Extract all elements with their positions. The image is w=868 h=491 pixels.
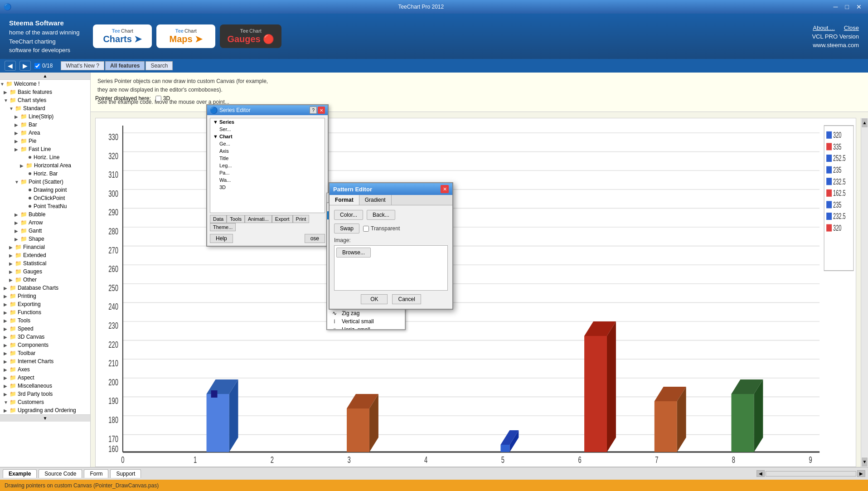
- sidebar-item-3[interactable]: ▼ 📁Standard: [0, 104, 90, 112]
- sidebar-item-22[interactable]: ▶ 📁Statistical: [0, 259, 90, 267]
- pe-swap-btn[interactable]: Swap: [334, 224, 359, 233]
- sidebar-item-1[interactable]: ▶ 📁Basic features: [0, 88, 90, 96]
- se-data-tab[interactable]: Data: [210, 215, 227, 223]
- se-animati-tab[interactable]: Animati...: [245, 215, 272, 223]
- sidebar-item-8[interactable]: ▶ 📁Fast Line: [0, 145, 90, 153]
- se-tools-tab[interactable]: Tools: [227, 215, 245, 223]
- pointer-3d-checkbox[interactable]: [155, 96, 161, 102]
- sidebar-item-33[interactable]: ▶ 📁Toolbar: [0, 349, 90, 357]
- maximize-button[interactable]: □: [843, 3, 852, 11]
- sidebar-item-28[interactable]: ▶ 📁Functions: [0, 308, 90, 316]
- pe-format-tab[interactable]: Format: [330, 195, 359, 205]
- pe-back-btn[interactable]: Back...: [367, 210, 395, 220]
- sidebar-item-16[interactable]: ▶ 📁Bubble: [0, 210, 90, 219]
- back-button[interactable]: ◀: [5, 61, 16, 71]
- sidebar-item-39[interactable]: ▼ 📁Customers: [0, 398, 90, 406]
- sidebar-item-26[interactable]: ▶ 📁Printing: [0, 292, 90, 300]
- forward-button[interactable]: ▶: [19, 61, 31, 71]
- sidebar-item-27[interactable]: ▶ 📁Exporting: [0, 300, 90, 308]
- pe-color-btn[interactable]: Color...: [334, 210, 363, 220]
- sidebar-item-15[interactable]: Point TreatNu: [0, 202, 90, 210]
- sidebar-scroll-up[interactable]: ▲: [0, 73, 90, 80]
- pe-gradient-tab[interactable]: Gradient: [359, 195, 392, 205]
- tree-ser[interactable]: Ser...: [210, 126, 325, 133]
- sidebar-item-11[interactable]: Horiz. Bar: [0, 170, 90, 178]
- sidebar-item-32[interactable]: ▶ 📁Components: [0, 341, 90, 349]
- sidebar-item-35[interactable]: ▶ 📁Axes: [0, 365, 90, 374]
- sidebar-item-0[interactable]: ▼ 📁Welcome !: [0, 80, 90, 88]
- series-treeview[interactable]: ▼ Series Ser... ▼ Chart Ge... Axis Title…: [210, 118, 325, 213]
- maps-banner[interactable]: TeeChart Maps ➤: [156, 24, 215, 48]
- sidebar-item-23[interactable]: ▶ 📁Gauges: [0, 267, 90, 276]
- sidebar-item-18[interactable]: ▶ 📁Gantt: [0, 227, 90, 235]
- sidebar-item-7[interactable]: ▶ 📁Pie: [0, 137, 90, 145]
- sidebar-item-19[interactable]: ▶ 📁Shape: [0, 235, 90, 243]
- pe-browse-btn[interactable]: Browse...: [336, 248, 371, 258]
- whats-new-tab[interactable]: What's New ?: [61, 61, 104, 70]
- sidebar-item-40[interactable]: ▶ 📁Upgrading and Ordering: [0, 406, 90, 414]
- about-link[interactable]: About....: [813, 24, 834, 31]
- pattern-editor-dialog[interactable]: Pattern Editor ✕ Format Gradient Color..…: [329, 182, 453, 310]
- tab-form[interactable]: Form: [84, 469, 108, 478]
- sidebar-item-12[interactable]: ▼ 📁Point (Scatter): [0, 178, 90, 186]
- sidebar-item-5[interactable]: ▶ 📁Bar: [0, 121, 90, 129]
- scroll-right-btn[interactable]: ▶: [857, 470, 865, 477]
- charts-banner[interactable]: TeeChart Charts ➤: [93, 24, 152, 48]
- sidebar-item-30[interactable]: ▶ 📁Speed: [0, 325, 90, 333]
- all-features-tab[interactable]: All features: [105, 61, 145, 70]
- series-editor-help[interactable]: ?: [310, 107, 317, 114]
- pattern-item-13[interactable]: ∿ Zig zag: [327, 309, 405, 317]
- series-editor-close[interactable]: ✕: [318, 107, 325, 114]
- pe-ok-btn[interactable]: OK: [361, 294, 388, 304]
- tab-source-code[interactable]: Source Code: [39, 469, 82, 478]
- sidebar-item-17[interactable]: ▶ 📁Arrow: [0, 219, 90, 227]
- content-scrollbar[interactable]: ▲ ▼: [861, 118, 868, 467]
- scroll-up[interactable]: ▲: [862, 118, 868, 127]
- sidebar-item-2[interactable]: ▼ 📁Chart styles: [0, 96, 90, 104]
- sidebar-item-4[interactable]: ▶ 📁Line(Strip): [0, 112, 90, 121]
- close-link[interactable]: Close: [844, 24, 859, 31]
- pattern-editor-close[interactable]: ✕: [441, 185, 449, 193]
- sidebar-scroll-down[interactable]: ▼: [0, 414, 90, 422]
- tree-axis[interactable]: Axis: [210, 147, 325, 155]
- close-button[interactable]: ✕: [853, 3, 864, 11]
- search-tab[interactable]: Search: [145, 61, 173, 70]
- sidebar-item-10[interactable]: ▶ 📁Horizontal Area: [0, 161, 90, 170]
- pattern-item-15[interactable]: ⁻ Horiz. small: [327, 326, 405, 330]
- tree-leg[interactable]: Leg...: [210, 162, 325, 169]
- sidebar-item-29[interactable]: ▶ 📁Tools: [0, 316, 90, 325]
- se-close-btn[interactable]: ose: [305, 234, 325, 243]
- tree-series[interactable]: ▼ Series: [210, 118, 325, 126]
- scroll-left-btn[interactable]: ◀: [756, 470, 765, 477]
- se-export-tab[interactable]: Export: [272, 215, 293, 223]
- tab-support[interactable]: Support: [110, 469, 141, 478]
- sidebar-item-24[interactable]: ▶ 📁Other: [0, 276, 90, 284]
- tree-title[interactable]: Title: [210, 155, 325, 162]
- series-editor-dialog[interactable]: 🔵 Series Editor ? ✕ ▼ Series Ser... ▼ Ch…: [206, 104, 329, 247]
- sidebar-item-37[interactable]: ▶ 📁Miscellaneous: [0, 382, 90, 390]
- nav-checkbox[interactable]: [34, 63, 40, 69]
- sidebar-item-6[interactable]: ▶ 📁Area: [0, 129, 90, 137]
- se-print-tab[interactable]: Print: [293, 215, 310, 223]
- scroll-down[interactable]: ▼: [862, 457, 868, 467]
- pattern-item-14[interactable]: ⁞ Vertical small: [327, 317, 405, 326]
- tab-example[interactable]: Example: [3, 469, 37, 478]
- sidebar-item-25[interactable]: ▶ 📁Database Charts: [0, 284, 90, 292]
- minimize-button[interactable]: ─: [831, 3, 841, 11]
- sidebar-item-9[interactable]: Horiz. Line: [0, 153, 90, 161]
- se-help-btn[interactable]: Help: [210, 234, 233, 243]
- tree-chart[interactable]: ▼ Chart: [210, 133, 325, 140]
- sidebar-item-36[interactable]: ▶ 📁Aspect: [0, 374, 90, 382]
- h-scroll-track[interactable]: [766, 471, 856, 476]
- sidebar-item-31[interactable]: ▶ 📁3D Canvas: [0, 333, 90, 341]
- sidebar-item-14[interactable]: OnClickPoint: [0, 194, 90, 202]
- pe-cancel-btn[interactable]: Cancel: [392, 294, 421, 304]
- sidebar-item-20[interactable]: ▶ 📁Financial: [0, 243, 90, 251]
- se-theme-tab[interactable]: Theme...: [210, 223, 236, 231]
- tree-3d[interactable]: 3D: [210, 184, 325, 191]
- tree-pa[interactable]: Pa...: [210, 169, 325, 176]
- sidebar-item-13[interactable]: Drawing point: [0, 186, 90, 194]
- sidebar-item-38[interactable]: ▶ 📁3rd Party tools: [0, 390, 90, 398]
- gauges-banner[interactable]: TeeChart Gauges 🔴: [220, 24, 281, 48]
- sidebar-item-21[interactable]: ▶ 📁Extended: [0, 251, 90, 259]
